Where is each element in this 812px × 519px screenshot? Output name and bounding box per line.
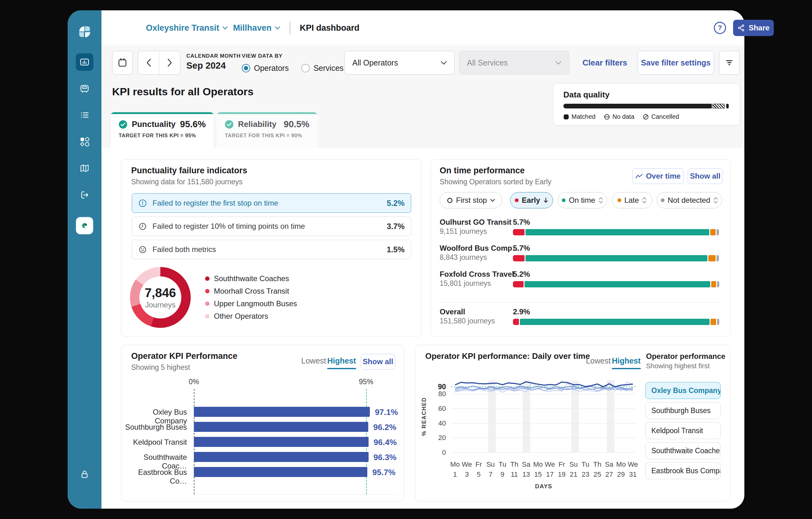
on-time-segment [525,255,707,262]
x-tick-num: 31 [626,470,640,479]
early-percent-label: 2.9% [513,307,530,316]
alert-octagon-icon [138,199,147,208]
breadcrumb-divider [290,21,290,34]
view-data-by-label: VIEW DATA BY [242,53,283,59]
on-time-segment [520,319,709,325]
card-title: Punctuality failure indicators [131,166,248,175]
services-select-value: All Services [467,58,508,67]
bar-value-label: 96.4% [374,438,397,447]
over-time-button[interactable]: Over time [632,168,684,184]
legend-dot-icon [205,301,209,306]
svg-text:?: ? [718,24,722,32]
axis-target-label: 95% [357,378,375,386]
chip-early[interactable]: Early [510,192,553,209]
on-time-segment [525,229,709,235]
share-icon [737,24,745,32]
line-chart-icon [635,174,643,179]
bar-value-label: 97.1% [375,407,398,417]
chip-label: Early [522,196,540,204]
radio-operators-control[interactable] [242,64,250,73]
clear-filters-link[interactable]: Clear filters [582,51,627,75]
on-time-performance-card: On time performance Showing Operators so… [431,159,731,336]
failure-row-both-metrics[interactable]: Failed both metrics 1.5% [132,240,411,259]
chevron-down-icon [274,26,280,30]
sort-icon [642,197,647,204]
calendar-month-label: CALENDAR MONTH [186,53,241,59]
section-heading: KPI results for all Operators [112,86,254,98]
chip-late[interactable]: Late [612,192,652,209]
radio-services[interactable]: Services [301,64,344,73]
radio-services-control[interactable] [301,64,310,73]
not-detected-dot-icon [661,198,665,202]
operator-button[interactable]: Eastbrook Bus Compa… [645,462,721,479]
sidebar-item-vehicles[interactable] [76,80,93,98]
failure-row-first-stop[interactable]: Failed to register the first stop on tim… [132,193,411,213]
services-select[interactable]: All Services [459,51,569,75]
toggle-lowest[interactable]: Lowest [301,356,326,365]
tab-punctuality[interactable]: Punctuality 95.6% TARGET FOR THIS KPI = … [111,112,214,148]
sidebar-item-list[interactable] [76,106,93,124]
operators-select[interactable]: All Operators [345,51,455,75]
data-quality-legend: Matched No data Cancelled [563,113,679,120]
show-all-button[interactable]: Show all [361,354,395,370]
failure-row-timing-points[interactable]: Failed to register 10% of timing points … [132,217,411,236]
sidebar-item-dashboard[interactable] [76,53,93,71]
operator-panel-title: Operator performance [646,352,725,361]
data-quality-title: Data quality [563,90,609,100]
early-segment [513,229,524,235]
data-quality-nodata-segment [713,104,725,108]
show-all-button[interactable]: Show all [688,168,723,184]
next-month-button[interactable] [160,51,180,75]
tab-reliability[interactable]: Reliability 90.5% TARGET FOR THIS KPI = … [217,112,318,148]
breadcrumb-region[interactable]: Millhaven [233,23,280,33]
operator-journeys: 9,151 journeys [440,227,487,236]
donut-value: 7,846 [145,286,176,300]
clock-icon [138,222,147,231]
data-quality-matched-segment [563,104,712,108]
operator-button[interactable]: Oxley Bus Company [645,382,721,399]
chip-not-detected[interactable]: Not detected [657,192,722,209]
toggle-lowest[interactable]: Lowest [586,356,611,365]
early-segment [513,255,524,262]
y-axis-label: % REACHED [421,385,429,448]
prev-month-button[interactable] [138,51,160,75]
sidebar-item-lock[interactable] [76,465,93,483]
sidebar-item-map[interactable] [76,160,93,177]
breadcrumb-org[interactable]: Oxleyshire Transit [146,23,228,33]
chip-on-time[interactable]: On time [558,192,607,209]
more-filters-button[interactable] [719,51,740,75]
sidebar-item-logout[interactable] [76,186,93,204]
share-button[interactable]: Share [733,20,774,36]
chevron-right-icon [167,59,172,67]
calendar-button[interactable] [112,51,133,75]
early-percent-label: 5.7% [513,218,530,226]
operator-button[interactable]: Southburgh Buses [645,402,721,419]
toggle-highest[interactable]: Highest [327,356,356,369]
toggle-highest[interactable]: Highest [612,356,641,369]
chevron-left-icon [146,59,151,67]
card-title: Operator KPI Performance [131,351,237,361]
data-quality-cancelled-segment [726,104,729,108]
logo-icon [78,25,92,39]
stop-circle-icon [447,197,453,203]
x-tick-day: We [626,460,640,468]
legend-item-no-data: No data [604,113,634,120]
sidebar-item-categories[interactable] [76,133,93,151]
donut-legend: Souththwaite CoachesMoorhall Cross Trans… [205,272,297,323]
early-percent-label: 5.7% [513,244,530,253]
operator-name: Oulhurst GO Transit [440,218,511,226]
sidebar-item-companion-app[interactable] [76,217,93,235]
save-filter-settings-button[interactable]: Save filter settings [638,51,714,75]
data-quality-bar [563,104,730,108]
legend-dot-icon [205,314,209,319]
chip-first-stop[interactable]: First stop [440,192,502,209]
breadcrumb-org-label: Oxleyshire Transit [146,23,219,33]
tab-label: Punctuality [132,119,176,129]
arrow-down-icon [543,197,548,203]
bus-icon [80,84,90,94]
operator-button[interactable]: Souththwaite Coaches [645,442,721,459]
help-button[interactable]: ? [713,21,727,35]
radio-operators[interactable]: Operators [242,64,289,73]
operator-button[interactable]: Keldpool Transit [645,422,721,439]
operator-journeys: 151,580 journeys [440,317,495,325]
